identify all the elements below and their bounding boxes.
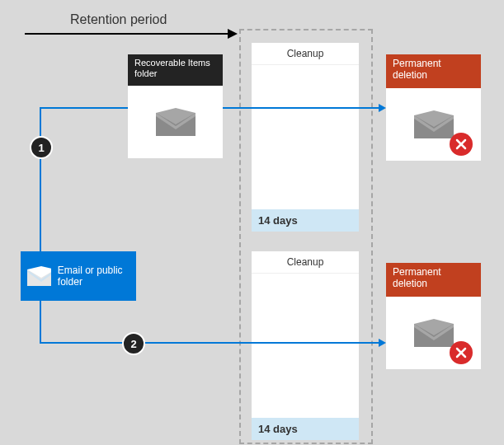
- permanent-deletion-body: [386, 88, 481, 161]
- recoverable-items-card: Recoverable Items folder: [128, 54, 223, 158]
- cleanup-label: Cleanup: [252, 251, 359, 274]
- permanent-deletion-card-top: Permanent deletion: [386, 54, 481, 161]
- cleanup-label: Cleanup: [252, 43, 359, 65]
- cleanup-card-bottom: Cleanup 14 days: [252, 251, 359, 440]
- step-badge-1: 1: [30, 136, 53, 159]
- connector: [40, 107, 41, 251]
- cleanup-duration: 14 days: [252, 418, 359, 440]
- connector: [40, 107, 128, 109]
- arrow-head-icon: [379, 104, 386, 112]
- envelope-icon: [27, 266, 51, 286]
- permanent-deletion-label: Permanent deletion: [386, 263, 481, 297]
- cleanup-card-top: Cleanup 14 days: [252, 43, 359, 232]
- cleanup-body: [252, 65, 359, 209]
- permanent-deletion-card-bottom: Permanent deletion: [386, 263, 481, 369]
- permanent-deletion-label: Permanent deletion: [386, 54, 481, 88]
- delete-x-icon: [450, 341, 473, 364]
- connector: [223, 107, 380, 109]
- cleanup-duration: 14 days: [252, 209, 359, 232]
- envelope-icon: [414, 319, 454, 347]
- connector: [40, 342, 380, 344]
- retention-period-label: Retention period: [70, 12, 167, 27]
- arrow-head-icon: [379, 339, 386, 347]
- recoverable-items-body: [128, 86, 223, 158]
- recoverable-items-label: Recoverable Items folder: [128, 54, 223, 86]
- cleanup-body: [252, 274, 359, 418]
- diagram-canvas: Retention period Recoverable Items folde…: [0, 0, 504, 445]
- envelope-icon: [414, 110, 454, 138]
- delete-x-icon: [450, 133, 473, 156]
- step-badge-2: 2: [122, 332, 145, 355]
- retention-arrow: [25, 33, 229, 35]
- retention-arrow-head: [228, 29, 238, 39]
- envelope-icon: [156, 108, 195, 136]
- email-source-card: Email or public folder: [21, 251, 136, 301]
- permanent-deletion-body: [386, 297, 481, 369]
- email-source-label: Email or public folder: [58, 265, 136, 288]
- connector: [40, 301, 41, 342]
